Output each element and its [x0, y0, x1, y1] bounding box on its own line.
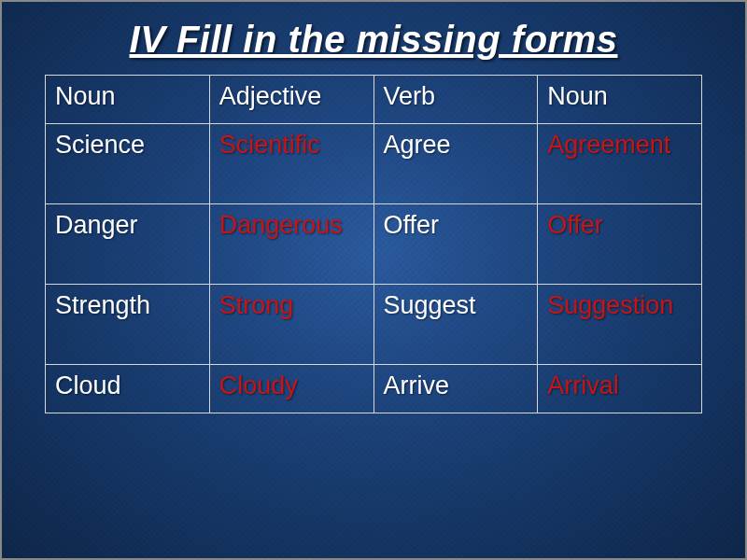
- table-row: Danger Dangerous Offer Offer: [46, 204, 702, 285]
- table-row: Strength Strong Suggest Suggestion: [46, 285, 702, 365]
- word-forms-table: Noun Adjective Verb Noun Science Scienti…: [45, 75, 702, 413]
- cell-adjective: Dangerous: [209, 204, 374, 285]
- cell-noun-derived: Offer: [538, 204, 702, 285]
- cell-verb: Offer: [374, 204, 538, 285]
- header-noun-2: Noun: [538, 76, 702, 124]
- header-noun-1: Noun: [46, 76, 210, 124]
- table-row: Cloud Cloudy Arrive Arrival: [46, 365, 702, 413]
- cell-noun-derived: Agreement: [538, 124, 702, 204]
- slide-title: IV Fill in the missing forms: [45, 17, 702, 62]
- header-verb: Verb: [374, 76, 538, 124]
- cell-noun: Science: [46, 124, 210, 204]
- cell-adjective: Scientific: [209, 124, 374, 204]
- cell-verb: Agree: [374, 124, 538, 204]
- cell-noun: Cloud: [46, 365, 210, 413]
- header-adjective: Adjective: [209, 76, 374, 124]
- table-header-row: Noun Adjective Verb Noun: [46, 76, 702, 124]
- cell-verb: Arrive: [374, 365, 538, 413]
- cell-noun: Danger: [46, 204, 210, 285]
- cell-verb: Suggest: [374, 285, 538, 365]
- cell-adjective: Strong: [209, 285, 374, 365]
- cell-adjective: Cloudy: [209, 365, 374, 413]
- table-row: Science Scientific Agree Agreement: [46, 124, 702, 204]
- cell-noun-derived: Arrival: [538, 365, 702, 413]
- cell-noun-derived: Suggestion: [538, 285, 702, 365]
- cell-noun: Strength: [46, 285, 210, 365]
- slide: IV Fill in the missing forms Noun Adject…: [0, 0, 747, 560]
